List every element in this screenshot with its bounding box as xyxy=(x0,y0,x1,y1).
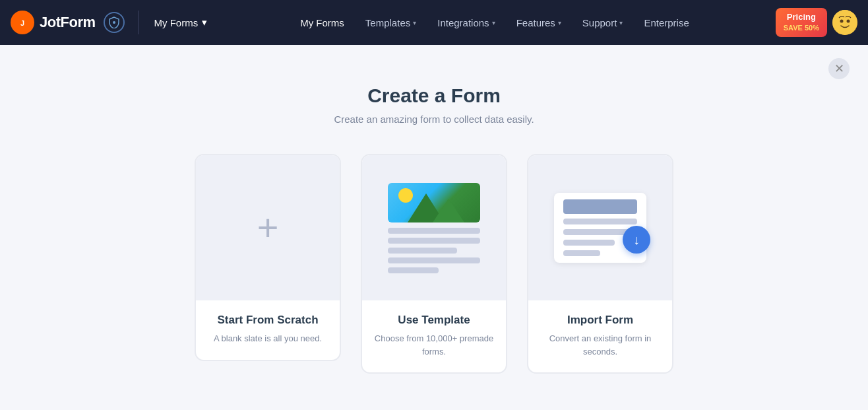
scratch-card-desc: A blank slate is all you need. xyxy=(206,332,329,345)
nav-link-templates[interactable]: Templates ▾ xyxy=(356,12,425,34)
import-card-title: Import Form xyxy=(539,314,662,327)
tpl-line-5 xyxy=(388,267,439,273)
nav-link-support[interactable]: Support ▾ xyxy=(573,12,633,34)
scratch-card-body: Start From Scratch A blank slate is all … xyxy=(196,300,340,360)
tpl-line-3 xyxy=(388,248,457,254)
pricing-button[interactable]: Pricing SAVE 50% xyxy=(776,8,827,36)
card-scratch[interactable]: + Start From Scratch A blank slate is al… xyxy=(195,154,341,361)
nav-divider xyxy=(138,11,139,34)
import-line-1 xyxy=(563,219,637,224)
logo-text: JotForm xyxy=(40,14,96,31)
page-title: Create a Form xyxy=(367,85,501,107)
scratch-card-title: Start From Scratch xyxy=(206,314,329,327)
svg-point-4 xyxy=(840,20,844,23)
import-card-desc: Convert an existing form in seconds. xyxy=(539,332,662,358)
tpl-line-2 xyxy=(388,238,480,244)
nav-link-integrations[interactable]: Integrations ▾ xyxy=(428,12,504,34)
user-avatar[interactable] xyxy=(832,10,857,35)
nav-right: Pricing SAVE 50% xyxy=(776,8,857,36)
nav-center-links: My Forms Templates ▾ Integrations ▾ Feat… xyxy=(214,12,776,34)
navbar: J JotForm My Forms ▾ My Forms Templates … xyxy=(0,0,868,45)
integrations-caret-icon: ▾ xyxy=(492,19,495,26)
support-caret-icon: ▾ xyxy=(619,19,623,26)
import-card-body: Import Form Convert an existing form in … xyxy=(528,300,672,372)
jotform-logo-icon: J xyxy=(11,11,34,34)
tpl-line-4 xyxy=(388,257,480,263)
template-image-block xyxy=(388,183,480,222)
template-lines xyxy=(388,228,480,273)
cards-row: + Start From Scratch A blank slate is al… xyxy=(195,154,673,374)
nav-link-templates-label: Templates xyxy=(365,17,410,28)
nav-link-support-label: Support xyxy=(582,17,617,28)
main-content: ✕ Create a Form Create an amazing form t… xyxy=(0,45,868,410)
templates-caret-icon: ▾ xyxy=(413,19,416,26)
import-line-4 xyxy=(563,250,600,256)
plus-icon: + xyxy=(257,209,279,246)
svg-point-5 xyxy=(847,20,850,23)
nav-link-my-forms-label: My Forms xyxy=(300,17,344,28)
import-line-3 xyxy=(563,240,615,246)
pricing-save-label: SAVE 50% xyxy=(784,23,819,32)
template-card-desc: Choose from 10,000+ premade forms. xyxy=(373,332,495,358)
nav-link-enterprise[interactable]: Enterprise xyxy=(635,12,698,34)
mountain2-icon xyxy=(433,199,464,222)
close-button[interactable]: ✕ xyxy=(828,58,850,79)
svg-point-2 xyxy=(113,21,115,24)
dropdown-caret-icon: ▾ xyxy=(202,17,207,28)
nav-link-features-label: Features xyxy=(516,17,555,28)
nav-link-integrations-label: Integrations xyxy=(437,17,489,28)
card-template[interactable]: Use Template Choose from 10,000+ premade… xyxy=(361,154,507,374)
svg-point-3 xyxy=(832,10,857,35)
template-card-body: Use Template Choose from 10,000+ premade… xyxy=(362,300,506,372)
tpl-line-1 xyxy=(388,228,480,234)
myforms-dropdown-label: My Forms xyxy=(154,17,199,28)
card-import[interactable]: ↓ Import Form Convert an existing form i… xyxy=(527,154,673,374)
svg-text:J: J xyxy=(20,19,24,27)
nav-link-enterprise-label: Enterprise xyxy=(644,17,689,28)
nav-link-features[interactable]: Features ▾ xyxy=(507,12,571,34)
template-card-title: Use Template xyxy=(373,314,495,327)
import-download-icon: ↓ xyxy=(623,226,650,254)
page-subtitle: Create an amazing form to collect data e… xyxy=(334,114,534,125)
pricing-label: Pricing xyxy=(784,12,819,23)
import-illustration: ↓ xyxy=(528,155,672,300)
nav-link-my-forms[interactable]: My Forms xyxy=(291,12,354,34)
scratch-illustration: + xyxy=(196,155,340,300)
shield-icon xyxy=(104,12,125,33)
myforms-dropdown[interactable]: My Forms ▾ xyxy=(148,13,214,32)
logo[interactable]: J JotForm xyxy=(11,11,96,34)
import-doc-header xyxy=(563,199,637,214)
template-illustration xyxy=(362,155,506,300)
features-caret-icon: ▾ xyxy=(558,19,561,26)
